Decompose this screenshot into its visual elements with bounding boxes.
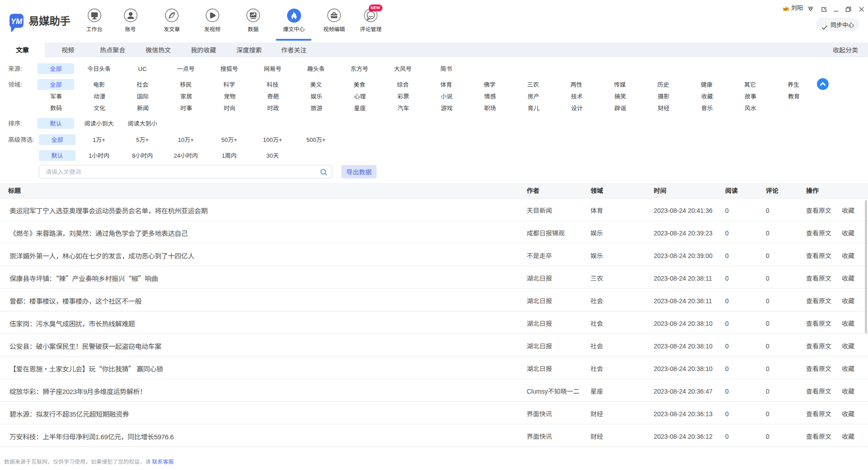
svg-text:YM: YM	[11, 17, 23, 26]
